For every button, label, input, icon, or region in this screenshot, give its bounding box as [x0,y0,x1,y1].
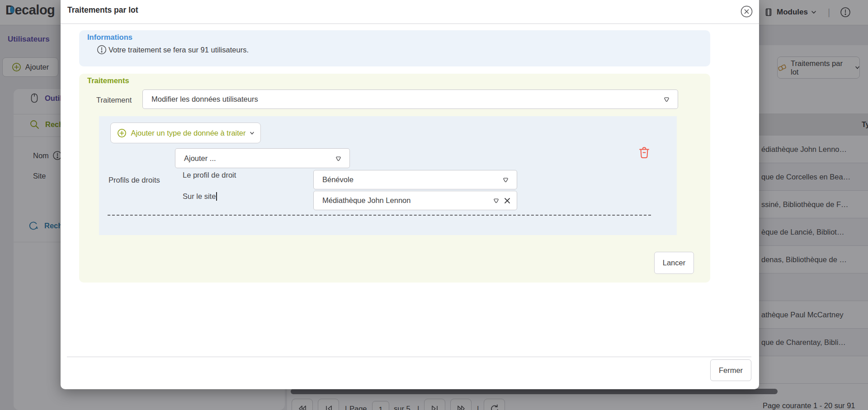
profile-select-value: Bénévole [322,175,502,184]
info-section-title: Informations [87,33,132,42]
group-label: Profils de droits [108,176,160,184]
add-data-type-button[interactable]: Ajouter un type de donnée à traiter [110,123,261,143]
add-data-select[interactable]: Ajouter ... [175,148,350,168]
profile-label: Le profil de droit [183,171,236,179]
dropdown-caret-icon [502,176,509,183]
treatment-select[interactable]: Modifier les données utilisateurs [142,90,678,109]
site-label: Sur le site [183,192,217,201]
site-select[interactable]: Médiathèque John Lennon [313,191,517,210]
launch-button-label: Lancer [663,259,685,267]
site-select-value: Médiathèque John Lennon [322,196,493,205]
add-data-select-placeholder: Ajouter ... [184,154,335,163]
trash-icon[interactable] [638,146,650,159]
launch-button[interactable]: Lancer [654,252,694,274]
close-button[interactable]: Fermer [710,359,751,381]
dropdown-caret-icon [493,197,500,204]
item-separator [108,215,651,216]
close-button-label: Fermer [719,366,743,375]
info-message: Votre traitement se fera sur 91 utilisat… [108,46,249,54]
profile-select[interactable]: Bénévole [313,170,517,189]
treatments-section-title: Traitements [87,76,129,85]
site-label-text: Sur le site [183,192,216,200]
dropdown-caret-icon [335,155,342,162]
treatment-select-value: Modifier les données utilisateurs [151,95,663,104]
close-icon[interactable] [741,5,753,18]
treatment-label: Traitement [96,96,132,104]
batch-processing-modal: Traitements par lot Informations Votre t… [61,0,759,389]
modal-footer-divider [67,357,751,357]
dropdown-caret-icon [663,96,670,103]
add-data-type-label: Ajouter un type de donnée à traiter [131,129,245,137]
treatments-section: Traitements Traitement Modifier les donn… [79,74,710,283]
treatment-items-panel: Ajouter un type de donnée à traiter Ajou… [99,116,677,235]
info-section: Informations Votre traitement se fera su… [79,30,710,66]
text-cursor [216,192,217,201]
clear-icon[interactable] [504,198,510,204]
plus-circle-icon [117,128,127,138]
info-circle-icon [97,45,107,55]
modal-title: Traitements par lot [67,5,138,15]
caret-down-icon [250,132,254,135]
modal-header-divider [61,24,759,24]
